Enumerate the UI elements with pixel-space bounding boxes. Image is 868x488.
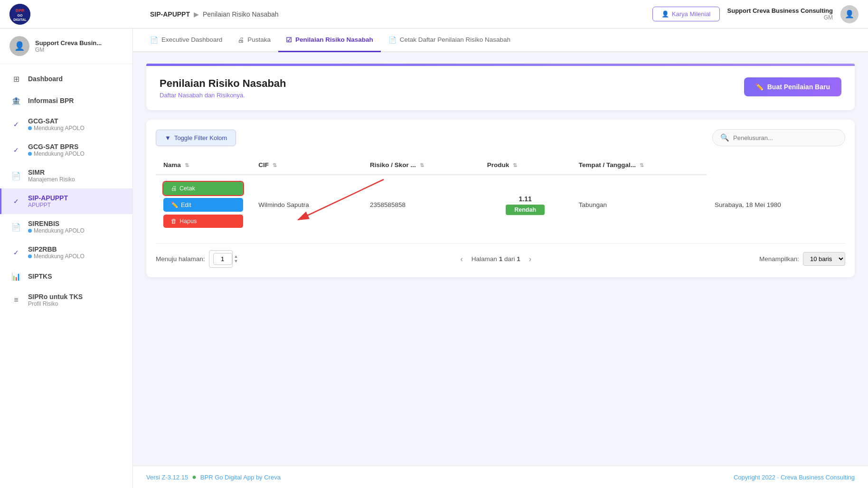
tab-pustaka[interactable]: 🖨 Pustaka: [230, 28, 278, 52]
tab-cetak-daftar[interactable]: 📄 Cetak Daftar Penilaian Risiko Nasabah: [381, 28, 518, 52]
sidebar-label-informasi-bpr: Informasi BPR: [28, 97, 74, 104]
col-risiko-skor: Risiko / Skor ... ⇅: [362, 156, 480, 175]
tab-dashboard-icon: 📄: [150, 36, 158, 44]
sidebar-item-simr[interactable]: 📄 SIMR Manajemen Risiko: [0, 163, 132, 188]
hapus-button[interactable]: 🗑 Hapus: [163, 215, 243, 228]
sidebar-label-sirenbis: SIRENBIS: [28, 220, 85, 227]
score-number: 1.11: [487, 195, 564, 203]
sip2rbb-icon: ✓: [11, 247, 21, 258]
next-page-button[interactable]: ›: [526, 253, 534, 265]
tab-penilaian-icon: ☑: [286, 36, 292, 44]
tab-cetak-icon: 📄: [388, 36, 396, 44]
toggle-filter-button[interactable]: ▼ Toggle Filter Kolom: [156, 130, 236, 146]
sort-tempat-icon[interactable]: ⇅: [640, 162, 644, 168]
svg-text:BPR: BPR: [15, 8, 25, 13]
sidebar-label-siptks: SIPTKS: [28, 272, 52, 280]
sidebar-item-sip2rbb[interactable]: ✓ SIP2RBB Mendukung APOLO: [0, 240, 132, 265]
filter-search-row: ▼ Toggle Filter Kolom 🔍: [156, 129, 845, 146]
spin-down-button[interactable]: ▼: [234, 259, 238, 263]
sidebar-label-dashboard: Dashboard: [28, 75, 63, 83]
table-wrapper: Nama ⇅ CIF ⇅ Risiko / Skor ... ⇅: [156, 156, 845, 235]
footer-left: Versi Z-3.12.15 ● BPR Go Digital App by …: [146, 473, 281, 481]
sidebar-user: 👤 Support Creva Busin... GM: [0, 28, 132, 64]
sidebar-sub-sip-apuppt: APUPPT: [28, 202, 68, 208]
page-subtitle: Daftar Nasabah dan Risikonya.: [160, 92, 286, 99]
sort-risiko-icon[interactable]: ⇅: [420, 162, 424, 168]
spin-up-button[interactable]: ▲: [234, 254, 238, 259]
sidebar-item-gcg-sat[interactable]: ✓ GCG-SAT Mendukung APOLO: [0, 112, 132, 137]
sidebar-sub-gcg-sat: Mendukung APOLO: [28, 125, 85, 131]
breadcrumb-arrow: ▶: [194, 10, 199, 18]
sidebar-label-gcg-sat: GCG-SAT: [28, 117, 85, 125]
page-header-text: Penilaian Risiko Nasabah Daftar Nasabah …: [160, 77, 286, 99]
table-head: Nama ⇅ CIF ⇅ Risiko / Skor ... ⇅: [156, 156, 845, 175]
buat-penilaian-button[interactable]: ✏️ Buat Penilaian Baru: [744, 77, 841, 96]
sidebar-sub-sip2rbb: Mendukung APOLO: [28, 253, 85, 260]
table-row: 🖨 Cetak ✏️ Edit 🗑: [156, 175, 845, 235]
gcg-sat-icon: ✓: [11, 119, 21, 130]
sidebar-label-gcg-sat-bprs: GCG-SAT BPRS: [28, 143, 85, 150]
search-box: 🔍: [712, 129, 845, 146]
tab-penilaian-risiko-nasabah[interactable]: ☑ Penilaian Risiko Nasabah: [278, 28, 381, 52]
sort-produk-icon[interactable]: ⇅: [513, 162, 517, 168]
cell-tempat-tanggal: Surabaya, 18 Mei 1980: [707, 175, 845, 235]
sidebar-item-sirenbis[interactable]: 📄 SIRENBIS Mendukung APOLO: [0, 214, 132, 240]
sort-nama-icon[interactable]: ⇅: [185, 162, 189, 168]
col-cif: CIF ⇅: [251, 156, 362, 175]
col-nama: Nama ⇅: [156, 156, 251, 175]
rows-per-page-select[interactable]: 10 baris: [803, 252, 845, 266]
sidebar-sub-sirenbis: Mendukung APOLO: [28, 227, 85, 234]
page-info: Halaman 1 dari 1: [472, 255, 520, 263]
sidebar-item-informasi-bpr[interactable]: 🏦 Informasi BPR: [0, 90, 132, 112]
user-role: GM: [727, 14, 833, 21]
breadcrumb: SIP-APUPPT ▶ Penilaian Risiko Nasabah: [150, 10, 645, 18]
sidebar-item-gcg-sat-bprs[interactable]: ✓ GCG-SAT BPRS Mendukung APOLO: [0, 137, 132, 163]
content-area: 📄 Executive Dashboard 🖨 Pustaka ☑ Penila…: [133, 28, 868, 488]
simr-icon: 📄: [11, 170, 21, 181]
sip-apuppt-icon: ✓: [11, 196, 21, 206]
data-table: Nama ⇅ CIF ⇅ Risiko / Skor ... ⇅: [156, 156, 845, 235]
halaman-label: Menuju halaman: ▲ ▼: [156, 250, 233, 268]
gcg-sat-bprs-icon: ✓: [11, 145, 21, 155]
page-input-wrapper: ▲ ▼: [209, 250, 233, 268]
page-content: Penilaian Risiko Nasabah Daftar Nasabah …: [133, 52, 868, 466]
sipro-tks-icon: ≡: [11, 295, 21, 305]
sidebar-item-dashboard[interactable]: ⊞ Dashboard: [0, 68, 132, 90]
pagination-row: Menuju halaman: ▲ ▼ ‹ Halaman 1: [156, 243, 845, 268]
sidebar-item-sip-apuppt[interactable]: ✓ SIP-APUPPT APUPPT: [0, 188, 132, 214]
search-input[interactable]: [733, 134, 837, 141]
sidebar-user-role: GM: [35, 47, 102, 53]
sidebar-item-siptks[interactable]: 📊 SIPTKS: [0, 265, 132, 287]
avatar: 👤: [840, 5, 859, 23]
edit-button[interactable]: ✏️ Edit: [163, 198, 243, 212]
svg-text:DIGITAL: DIGITAL: [13, 18, 27, 21]
breadcrumb-sub: Penilaian Risiko Nasabah: [203, 10, 279, 18]
page-spinners: ▲ ▼: [234, 254, 238, 263]
cell-risiko-skor: 1.11 Rendah: [480, 175, 571, 235]
app-name-text: BPR Go Digital App by Creva: [200, 474, 281, 481]
cell-cif: 2358585858: [362, 175, 480, 235]
sidebar-avatar: 👤: [9, 36, 29, 56]
karya-milenial-button[interactable]: 👤 Karya Milenial: [652, 7, 720, 21]
copyright-text: Copyright 2022 · Creva Business Consulti…: [734, 474, 855, 481]
sidebar-sub-simr: Manajemen Risiko: [28, 176, 75, 183]
badge-rendah: Rendah: [506, 205, 545, 215]
action-buttons: 🖨 Cetak ✏️ Edit 🗑: [163, 182, 243, 228]
prev-page-button[interactable]: ‹: [458, 253, 466, 265]
total-pages: 1: [517, 255, 520, 263]
svg-text:GO: GO: [18, 14, 23, 17]
sirenbis-icon: 📄: [11, 222, 21, 232]
status-dot-icon: ●: [192, 473, 197, 481]
tab-executive-dashboard[interactable]: 📄 Executive Dashboard: [142, 28, 230, 52]
page-header-card: Penilaian Risiko Nasabah Daftar Nasabah …: [146, 66, 855, 110]
sort-cif-icon[interactable]: ⇅: [273, 162, 277, 168]
person-icon: 👤: [661, 10, 669, 18]
filter-icon: ▼: [165, 134, 171, 141]
tab-bar: 📄 Executive Dashboard 🖨 Pustaka ☑ Penila…: [133, 28, 868, 52]
sidebar-item-sipro-tks[interactable]: ≡ SIPRo untuk TKS Profil Risiko: [0, 287, 132, 313]
sidebar-user-name: Support Creva Busin...: [35, 39, 102, 47]
table-body: 🖨 Cetak ✏️ Edit 🗑: [156, 175, 845, 235]
sidebar-label-sip2rbb: SIP2RBB: [28, 245, 85, 253]
page-number-input[interactable]: [213, 253, 232, 265]
cetak-button[interactable]: 🖨 Cetak: [163, 182, 243, 195]
